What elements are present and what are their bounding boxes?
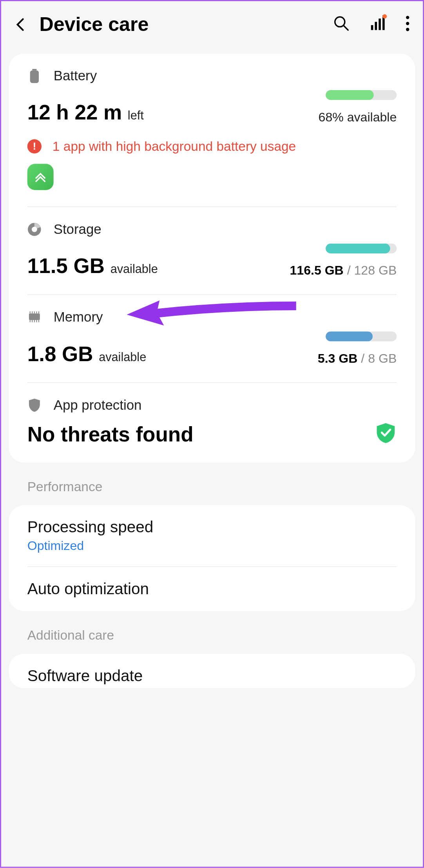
shield-check-icon [375,422,397,446]
battery-label: Battery [54,68,97,83]
shield-icon [27,398,42,412]
memory-ratio: 5.3 GB / 8 GB [318,351,397,366]
main-card: Battery 12 h 22 m left 68% available ! 1… [9,54,415,463]
battery-icon [27,69,42,83]
storage-value: 11.5 GB [27,255,105,278]
svg-rect-2 [371,25,373,30]
memory-icon [27,310,42,324]
memory-value: 1.8 GB [27,342,93,365]
battery-progress [326,90,397,100]
battery-warning-row[interactable]: ! 1 app with high background battery usa… [27,139,397,154]
additional-group-label: Additional care [1,611,423,648]
storage-icon [27,222,42,236]
protection-section[interactable]: App protection No threats found [27,382,397,463]
software-update-item[interactable]: Software update [27,654,397,688]
svg-rect-9 [32,69,36,70]
auto-title: Auto optimization [27,580,397,598]
svg-point-7 [406,22,409,25]
battery-warning: 1 app with high background battery usage [53,139,296,154]
more-icon[interactable] [406,15,410,34]
protection-status: No threats found [27,423,194,446]
stats-icon[interactable] [370,15,386,34]
svg-point-8 [406,28,409,31]
storage-progress [326,244,397,253]
protection-label: App protection [54,397,142,413]
software-title: Software update [27,667,397,685]
battery-section[interactable]: Battery 12 h 22 m left 68% available ! 1… [27,54,397,206]
svg-point-11 [32,226,37,232]
processing-sub: Optimized [27,539,397,553]
memory-suffix: available [99,350,146,364]
svg-line-1 [344,26,348,30]
search-icon[interactable] [333,15,350,34]
auto-optimization-item[interactable]: Auto optimization [27,566,397,611]
page-title: Device care [39,13,321,36]
storage-ratio: 116.5 GB / 128 GB [290,263,397,278]
processing-title: Processing speed [27,518,397,536]
storage-suffix: available [111,262,158,276]
battery-available: 68% available [319,110,397,125]
battery-value: 12 h 22 m [27,101,122,124]
processing-speed-item[interactable]: Processing speed Optimized [27,505,397,566]
memory-label: Memory [54,309,103,325]
back-button[interactable] [14,18,27,31]
notification-dot [382,14,387,18]
svg-point-6 [406,16,409,19]
svg-rect-3 [375,22,377,30]
alert-icon: ! [27,139,42,154]
battery-suffix: left [128,108,144,122]
memory-progress [326,331,397,341]
header-bar: Device care [1,1,423,48]
svg-rect-4 [379,18,381,30]
storage-label: Storage [54,221,101,237]
storage-section[interactable]: Storage 11.5 GB available 116.5 GB / 128… [27,206,397,294]
app-badge[interactable] [27,164,54,190]
svg-rect-12 [29,313,40,320]
svg-rect-10 [30,70,39,83]
annotation-arrow [127,296,296,329]
performance-group-label: Performance [1,463,423,500]
